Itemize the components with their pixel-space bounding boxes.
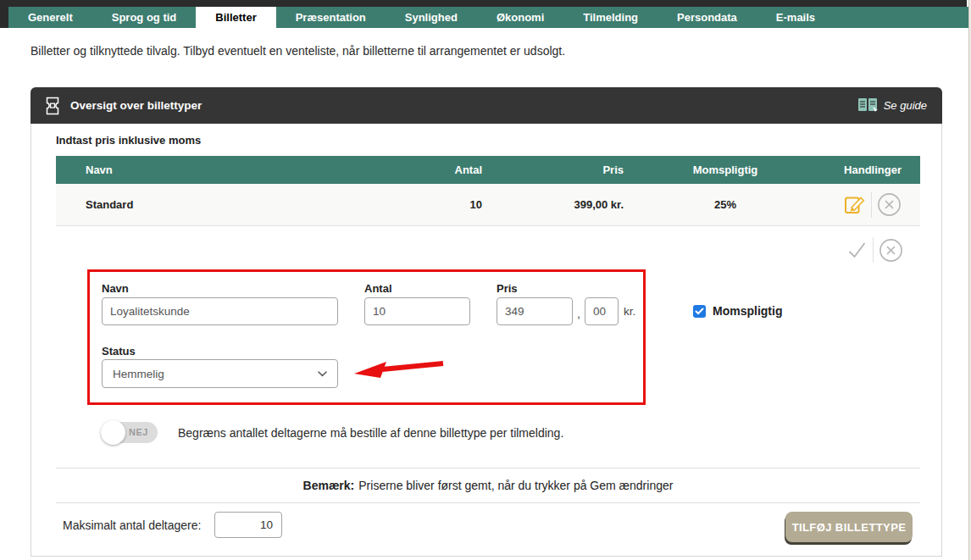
- price-incl-vat-label: Indtast pris inklusive moms: [56, 134, 201, 147]
- header-handlinger: Handlinger: [827, 164, 920, 176]
- max-participants-label: Maksimalt antal deltagere:: [63, 518, 201, 532]
- toggle-knob[interactable]: [101, 420, 125, 445]
- pris-orer-input[interactable]: [585, 297, 619, 325]
- header-navn: Navn: [56, 164, 355, 176]
- panel-header: Oversigt over billettyper Se guide: [31, 87, 942, 124]
- checked-checkbox-icon[interactable]: [693, 305, 706, 318]
- editor-actions: [846, 237, 903, 263]
- tab-praesentation[interactable]: Præsentation: [276, 7, 386, 28]
- cell-handlinger: [827, 192, 920, 218]
- limit-toggle[interactable]: NEJ: [102, 422, 158, 443]
- close-circle-icon: [877, 192, 902, 217]
- guide-link[interactable]: Se guide: [857, 97, 927, 114]
- tab-synlighed[interactable]: Synlighed: [386, 7, 477, 28]
- header-momspligtig: Momspligtig: [624, 164, 827, 176]
- icon-divider: [873, 237, 874, 263]
- cell-antal: 10: [355, 198, 482, 211]
- tab-bar: Generelt Sprog og tid Billetter Præsenta…: [8, 7, 968, 28]
- status-selected-value: Hemmelig: [113, 368, 164, 380]
- chevron-down-icon: [318, 371, 327, 377]
- ticket-editor-section: Navn Antal Pris , kr. Momspligtig Status…: [56, 226, 920, 469]
- limit-toggle-description: Begræns antallet deltagerne må bestille …: [178, 426, 563, 440]
- panel-body: Indtast pris inklusive moms Navn Antal P…: [31, 124, 942, 557]
- ticket-table: Navn Antal Pris Momspligtig Handlinger S…: [56, 156, 920, 226]
- cancel-edit-button[interactable]: [879, 238, 903, 263]
- table-row: Standard 10 399,00 kr. 25%: [56, 184, 920, 226]
- antal-input[interactable]: [364, 297, 470, 325]
- edit-ticket-button[interactable]: [843, 193, 866, 216]
- currency-suffix: kr.: [624, 305, 635, 318]
- note-row: Bemærk: Priserne bliver først gemt, når …: [56, 469, 920, 503]
- limit-toggle-row: NEJ Begræns antallet deltagerne må besti…: [102, 422, 563, 443]
- table-header-row: Navn Antal Pris Momspligtig Handlinger: [56, 156, 920, 184]
- tab-emails[interactable]: E-mails: [757, 7, 835, 28]
- tab-persondata[interactable]: Persondata: [658, 7, 757, 28]
- annotation-arrow: [352, 358, 447, 388]
- status-label: Status: [102, 345, 136, 358]
- antal-label: Antal: [364, 282, 392, 295]
- header-antal: Antal: [355, 164, 482, 176]
- cell-pris: 399,00 kr.: [482, 198, 624, 211]
- note-prefix: Bemærk:: [303, 479, 355, 492]
- navn-label: Navn: [102, 282, 129, 295]
- ticket-icon: [46, 97, 59, 115]
- cell-momspligtig: 25%: [624, 198, 827, 211]
- pris-kroner-input[interactable]: [497, 297, 573, 325]
- decimal-separator: ,: [577, 307, 580, 320]
- navn-input[interactable]: [102, 297, 338, 325]
- edit-pencil-icon: [843, 193, 866, 216]
- note-text: Priserne bliver først gemt, når du trykk…: [358, 479, 673, 492]
- tab-sprog-og-tid[interactable]: Sprog og tid: [92, 7, 197, 28]
- pris-label: Pris: [497, 282, 518, 295]
- icon-divider: [871, 192, 872, 218]
- guide-book-icon: [857, 97, 878, 114]
- max-participants-input[interactable]: [214, 512, 282, 538]
- delete-ticket-button[interactable]: [877, 192, 902, 217]
- panel-title: Oversigt over billettyper: [70, 99, 202, 112]
- add-ticket-type-button[interactable]: TILFØJ BILLETTYPE: [785, 512, 913, 542]
- momspligtig-label: Momspligtig: [713, 304, 782, 318]
- tab-okonomi[interactable]: Økonomi: [477, 7, 563, 28]
- toggle-state-label: NEJ: [129, 427, 148, 437]
- header-pris: Pris: [482, 164, 624, 176]
- close-circle-icon: [879, 238, 903, 263]
- tab-tilmelding[interactable]: Tilmelding: [563, 7, 658, 28]
- momspligtig-checkbox-row[interactable]: Momspligtig: [693, 304, 782, 318]
- status-select[interactable]: Hemmelig: [102, 359, 338, 388]
- confirm-edit-button[interactable]: [846, 240, 868, 261]
- tab-billetter[interactable]: Billetter: [196, 7, 275, 33]
- tab-generelt[interactable]: Generelt: [8, 7, 92, 28]
- billettyper-panel: Oversigt over billettyper Se guide Indta…: [31, 87, 942, 557]
- guide-label: Se guide: [884, 99, 927, 112]
- checkmark-icon: [846, 240, 868, 261]
- intro-text: Billetter og tilknyttede tilvalg. Tilbyd…: [31, 44, 565, 58]
- cell-navn: Standard: [56, 198, 355, 211]
